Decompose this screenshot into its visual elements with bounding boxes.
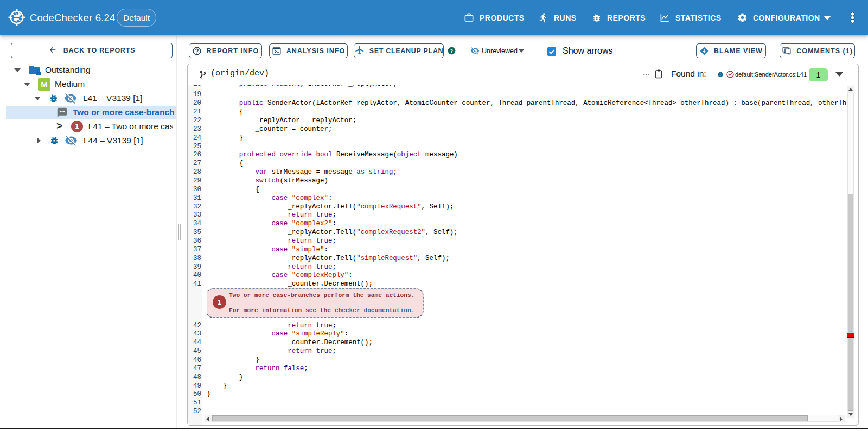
svg-text:?: ? [450,48,453,54]
